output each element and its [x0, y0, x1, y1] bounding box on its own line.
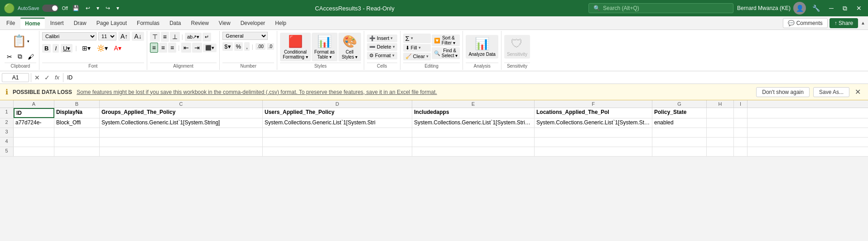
tab-review[interactable]: Review	[186, 18, 213, 28]
dont-show-again-button[interactable]: Don't show again	[756, 87, 810, 97]
cell-a5[interactable]	[14, 147, 54, 156]
autosum-button[interactable]: Σ ▾	[403, 34, 431, 43]
tab-insert[interactable]: Insert	[46, 18, 68, 28]
cell-i5[interactable]	[734, 147, 747, 156]
cell-reference-box[interactable]	[2, 73, 29, 82]
col-header-g[interactable]: G	[652, 100, 707, 108]
cell-f2[interactable]: System.Collections.Generic.List`1[System…	[535, 118, 652, 128]
cell-g2[interactable]: enabled	[652, 118, 707, 128]
share-button[interactable]: ↑ Share	[829, 18, 858, 28]
cell-g3[interactable]	[652, 128, 707, 137]
cell-i4[interactable]	[734, 138, 747, 147]
center-align-button[interactable]: ≡	[159, 43, 167, 53]
cell-b5[interactable]	[54, 147, 100, 156]
tab-formulas[interactable]: Formulas	[132, 18, 164, 28]
close-button[interactable]: ✕	[854, 4, 864, 13]
tab-developer[interactable]: Developer	[236, 18, 270, 28]
increase-font-size-button[interactable]: A↑	[118, 32, 130, 41]
cell-d5[interactable]	[263, 147, 412, 156]
find-select-button[interactable]: 🔍 Find &Select ▾	[432, 47, 460, 59]
bold-button[interactable]: B	[42, 44, 51, 53]
cell-g5[interactable]	[652, 147, 707, 156]
cell-g4[interactable]	[652, 138, 707, 147]
font-color-button[interactable]: A▾	[112, 43, 124, 53]
accounting-button[interactable]: $▾	[222, 42, 232, 51]
cell-e4[interactable]	[412, 138, 535, 147]
indent-decrease-button[interactable]: ⇤	[181, 43, 191, 53]
col-header-i[interactable]: I	[734, 100, 747, 108]
sort-filter-button[interactable]: 🔽 Sort &Filter ▾	[432, 34, 460, 46]
cell-e3[interactable]	[412, 128, 535, 137]
percent-button[interactable]: %	[234, 42, 243, 51]
undo-button[interactable]: ↩	[84, 4, 92, 12]
avatar[interactable]: 👤	[793, 2, 806, 15]
save-button[interactable]: 💾	[71, 4, 81, 12]
redo-button[interactable]: ↪	[104, 4, 112, 12]
cell-f3[interactable]	[535, 128, 652, 137]
confirm-formula-button[interactable]: ✓	[43, 74, 51, 81]
sensitivity-button[interactable]: 🛡 Sensitivity	[504, 35, 530, 59]
cell-b4[interactable]	[54, 138, 100, 147]
more-qs-button[interactable]: ▾	[115, 4, 121, 12]
cell-h5[interactable]	[707, 147, 734, 156]
warning-close-button[interactable]: ✕	[853, 87, 863, 97]
format-cells-button[interactable]: ⚙ Format ▾	[367, 52, 397, 59]
paste-button[interactable]: 📋▾	[9, 32, 33, 50]
cell-f1[interactable]: Locations_Applied_The_Pol	[535, 108, 652, 118]
cell-i3[interactable]	[734, 128, 747, 137]
cell-d2[interactable]: System.Collections.Generic.List`1[System…	[263, 118, 412, 128]
increase-decimal-button[interactable]: .00	[256, 43, 265, 50]
merge-center-button[interactable]: ⬛▾	[203, 44, 217, 52]
middle-align-button[interactable]: ≡	[161, 32, 169, 42]
cell-h2[interactable]	[707, 118, 734, 128]
indent-increase-button[interactable]: ⇥	[192, 43, 202, 53]
col-header-c[interactable]: C	[100, 100, 263, 108]
cell-c1[interactable]: Groups_Applied_The_Policy	[100, 108, 263, 118]
cell-c4[interactable]	[100, 138, 263, 147]
font-family-select[interactable]: Calibri	[42, 32, 96, 40]
copy-button[interactable]: ⧉	[15, 51, 24, 62]
comments-button[interactable]: 💬 Comments	[783, 18, 827, 28]
cell-h3[interactable]	[707, 128, 734, 137]
cell-c2[interactable]: System.Collections.Generic.List`1[System…	[100, 118, 263, 128]
underline-button[interactable]: U▾	[61, 44, 72, 53]
format-painter-button[interactable]: 🖌	[25, 51, 36, 62]
tab-view[interactable]: View	[214, 18, 235, 28]
bottom-align-button[interactable]: ⊥	[170, 32, 180, 42]
top-align-button[interactable]: ⊤	[150, 32, 160, 42]
cell-b2[interactable]: Block_Offi	[54, 118, 100, 128]
tab-page-layout[interactable]: Page Layout	[92, 18, 131, 28]
ribbon-collapse-button[interactable]: ▲	[860, 18, 866, 28]
search-box[interactable]: 🔍	[588, 3, 733, 13]
left-align-button[interactable]: ≡	[150, 43, 158, 53]
cell-e2[interactable]: System.Collections.Generic.List`1[System…	[412, 118, 535, 128]
cell-a4[interactable]	[14, 138, 54, 147]
col-header-e[interactable]: E	[412, 100, 535, 108]
clear-button[interactable]: 🧹 Clear ▾	[403, 53, 431, 60]
cut-button[interactable]: ✂	[5, 51, 14, 62]
warning-message[interactable]: Some features might be lost if you save …	[77, 89, 437, 95]
cell-a1[interactable]: ID	[14, 108, 54, 118]
cell-b1[interactable]: DisplayNa	[54, 108, 100, 118]
col-header-b[interactable]: B	[54, 100, 100, 108]
tab-home[interactable]: Home	[20, 18, 44, 29]
comma-button[interactable]: ,	[244, 42, 250, 51]
undo-dropdown[interactable]: ▾	[95, 4, 101, 12]
fill-color-button[interactable]: 🔆▾	[95, 43, 110, 53]
cell-h1[interactable]	[707, 108, 734, 118]
decrease-decimal-button[interactable]: .0	[267, 43, 274, 50]
cell-f5[interactable]	[535, 147, 652, 156]
col-header-h[interactable]: H	[707, 100, 734, 108]
cell-g1[interactable]: Policy_State	[652, 108, 707, 118]
autosave-toggle[interactable]	[42, 5, 58, 12]
cancel-formula-button[interactable]: ✕	[33, 74, 41, 81]
cell-i1[interactable]	[734, 108, 747, 118]
save-as-button[interactable]: Save As...	[813, 87, 849, 97]
cell-h4[interactable]	[707, 138, 734, 147]
cell-i2[interactable]	[734, 118, 747, 128]
tab-data[interactable]: Data	[165, 18, 185, 28]
insert-cells-button[interactable]: ➕ Insert ▾	[367, 34, 397, 42]
right-align-button[interactable]: ≡	[168, 43, 176, 53]
cell-c3[interactable]	[100, 128, 263, 137]
cell-b3[interactable]	[54, 128, 100, 137]
